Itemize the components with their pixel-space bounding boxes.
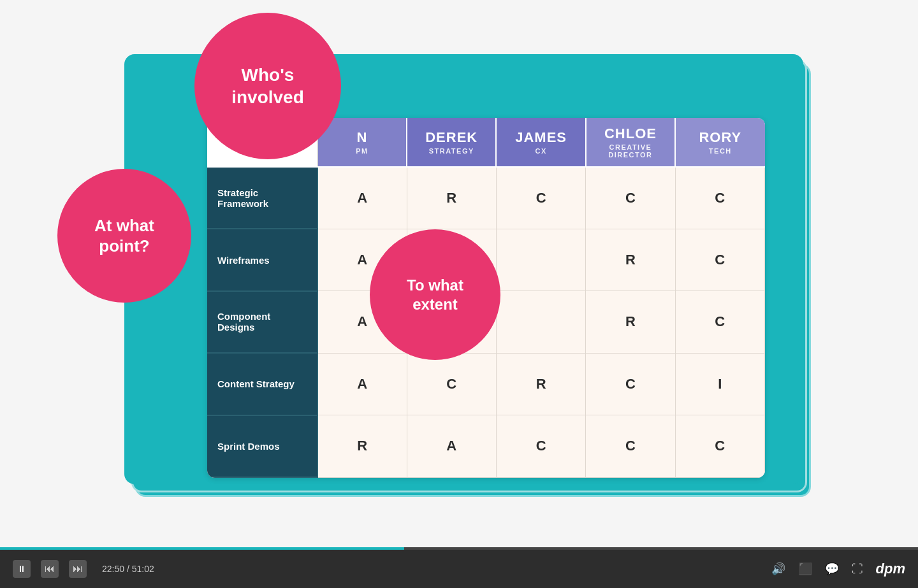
at-what-point-circle: At what point? bbox=[57, 169, 191, 303]
cell-sd-chloe: C bbox=[586, 415, 675, 477]
time-display: 22:50 / 51:02 bbox=[102, 564, 154, 574]
skip-forward-button[interactable]: ⏭ bbox=[69, 560, 87, 578]
cell-wf-rory: C bbox=[675, 229, 764, 290]
cell-sf-derek: R bbox=[407, 167, 496, 229]
cell-wf-james bbox=[496, 229, 585, 290]
chloe-role: CREATIVE DIRECTOR bbox=[592, 143, 669, 159]
rory-role: TECH bbox=[681, 147, 759, 155]
skip-forward-icon: ⏭ bbox=[73, 563, 83, 575]
fullscreen-button[interactable]: ⛶ bbox=[852, 563, 863, 576]
skip-back-button[interactable]: ⏮ bbox=[41, 560, 59, 578]
cell-cs-rory: I bbox=[675, 353, 764, 415]
to-what-extent-circle: To what extent bbox=[370, 229, 500, 360]
chloe-name: CHLOE bbox=[592, 125, 669, 142]
row-label-wireframes: Wireframes bbox=[207, 229, 317, 290]
col-header-james: JAMES CX bbox=[496, 118, 585, 167]
cell-cd-chloe: R bbox=[586, 291, 675, 353]
skip-back-icon: ⏮ bbox=[45, 563, 55, 575]
row-label-content: Content Strategy bbox=[207, 353, 317, 415]
cell-cs-pm: A bbox=[317, 353, 407, 415]
cell-sf-chloe: C bbox=[586, 167, 675, 229]
james-name: JAMES bbox=[502, 129, 579, 146]
row-label-sprint: Sprint Demos bbox=[207, 415, 317, 477]
toolbar-left: ⏸ ⏮ ⏭ 22:50 / 51:02 bbox=[13, 560, 761, 578]
chat-button[interactable]: 💬 bbox=[825, 562, 839, 576]
cell-cs-derek: C bbox=[407, 353, 496, 415]
col-header-chloe: CHLOE CREATIVE DIRECTOR bbox=[586, 118, 675, 167]
cell-sf-james: C bbox=[496, 167, 585, 229]
col-header-pm: N PM bbox=[317, 118, 407, 167]
cell-cs-james: R bbox=[496, 353, 585, 415]
toolbar-right: 🔊 ⬛ 💬 ⛶ dpm bbox=[771, 561, 905, 577]
cell-sd-derek: A bbox=[407, 415, 496, 477]
cell-cd-rory: C bbox=[675, 291, 764, 353]
toolbar: ⏸ ⏮ ⏭ 22:50 / 51:02 🔊 ⬛ 💬 ⛶ dpm bbox=[0, 550, 918, 588]
cell-cs-chloe: C bbox=[586, 353, 675, 415]
james-role: CX bbox=[502, 147, 579, 155]
table-row: Sprint Demos R A C C C bbox=[207, 415, 765, 477]
derek-name: DEREK bbox=[412, 129, 490, 146]
cell-sd-pm: R bbox=[317, 415, 407, 477]
table-row: Strategic Framework A R C C C bbox=[207, 167, 765, 229]
cell-sf-pm: A bbox=[317, 167, 407, 229]
presentation-area: N PM DEREK STRATEGY JAMES CX CHLOE bbox=[0, 0, 918, 550]
volume-button[interactable]: 🔊 bbox=[771, 562, 785, 576]
whos-involved-label: Who's involved bbox=[207, 64, 328, 108]
cell-sf-rory: C bbox=[675, 167, 764, 229]
table-row: Content Strategy A C R C I bbox=[207, 353, 765, 415]
cell-cd-james bbox=[496, 291, 585, 353]
play-pause-button[interactable]: ⏸ bbox=[13, 560, 31, 578]
whos-involved-circle: Who's involved bbox=[194, 13, 341, 159]
cell-wf-chloe: R bbox=[586, 229, 675, 290]
derek-role: STRATEGY bbox=[412, 147, 490, 155]
to-what-extent-label: To what extent bbox=[382, 276, 488, 314]
col-header-rory: RORY TECH bbox=[675, 118, 764, 167]
row-label-strategic: Strategic Framework bbox=[207, 167, 317, 229]
captions-button[interactable]: ⬛ bbox=[798, 562, 812, 576]
at-what-point-label: At what point? bbox=[70, 215, 178, 257]
col-header-derek: DEREK STRATEGY bbox=[407, 118, 496, 167]
play-pause-icon: ⏸ bbox=[17, 564, 26, 574]
cell-sd-james: C bbox=[496, 415, 585, 477]
brand-logo: dpm bbox=[876, 561, 905, 577]
cell-sd-rory: C bbox=[675, 415, 764, 477]
pm-role: PM bbox=[323, 147, 401, 155]
pm-name: N bbox=[323, 129, 401, 146]
rory-name: RORY bbox=[681, 129, 759, 146]
row-label-component: Component Designs bbox=[207, 291, 317, 353]
